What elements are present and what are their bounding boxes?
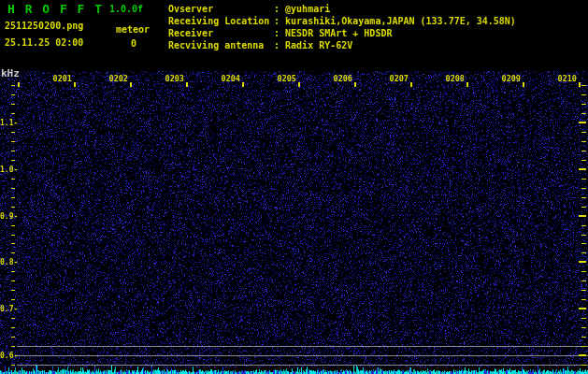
- echo-band-reference-line: [17, 355, 588, 356]
- x-tick-mark: [186, 82, 188, 87]
- y-tick-mark-right: [581, 225, 586, 226]
- info-label: Recviving antenna: [168, 39, 274, 51]
- y-tick-mark-left: [11, 280, 15, 281]
- y-tick-mark-left: [11, 337, 15, 338]
- y-tick-mark-left: [11, 327, 15, 328]
- y-tick-label: 0.8-: [0, 258, 18, 266]
- echo-band-reference-line: [17, 365, 588, 366]
- y-tick-mark-right: [581, 113, 586, 114]
- y-tick-mark-left: [11, 346, 15, 347]
- info-value: Radix RY-62V: [285, 40, 352, 50]
- x-tick-mark: [18, 82, 20, 87]
- x-tick-label: 0203: [162, 74, 184, 83]
- meteor-label: meteor: [116, 24, 150, 35]
- hrofft-window: H R O F F T 1.0.0f 2511250200.png meteor…: [0, 0, 588, 374]
- x-tick-label: 0206: [330, 74, 352, 83]
- y-tick-mark-right: [581, 207, 586, 208]
- y-tick-mark-right: [581, 188, 586, 189]
- filename-label: 2511250200.png: [5, 21, 83, 31]
- info-label: Ovserver: [168, 3, 274, 15]
- observer-info-block: Ovserver: @yuhmariReceiving Location: ku…: [168, 3, 516, 51]
- info-row: Recviving antenna: Radix RY-62V: [168, 39, 516, 51]
- x-tick-mark: [242, 82, 244, 87]
- y-tick-mark-left: [11, 235, 15, 236]
- info-value: kurashiki,Okayama,JAPAN (133.77E, 34.58N…: [285, 16, 516, 26]
- y-tick-mark-right: [581, 327, 586, 328]
- y-tick-mark-right: [581, 141, 586, 142]
- y-tick-mark-left: [11, 252, 15, 253]
- y-tick-mark-right: [581, 94, 586, 95]
- app-title: H R O F F T: [7, 2, 104, 16]
- y-tick-mark-left: [11, 318, 15, 319]
- info-row: Receiver: NESDR SMArt + HDSDR: [168, 27, 516, 39]
- y-tick-mark-left: [11, 225, 15, 226]
- y-axis-unit-label: kHz: [1, 67, 20, 79]
- y-tick-mark-left: [11, 113, 15, 114]
- x-tick-mark: [74, 82, 76, 87]
- info-colon: :: [274, 4, 285, 14]
- y-tick-mark-left: [11, 141, 15, 142]
- y-tick-mark-left: [11, 271, 15, 272]
- y-tick-mark-left: [11, 188, 15, 189]
- meteor-count: 0: [131, 38, 136, 49]
- y-tick-mark-left: [11, 160, 15, 161]
- x-tick-label: 0201: [50, 74, 72, 83]
- x-tick-label: 0209: [498, 74, 521, 83]
- y-tick-label: 0.9-: [0, 212, 18, 221]
- y-tick-label: 0.7-: [0, 305, 18, 313]
- info-value: @yuhmari: [285, 4, 330, 14]
- info-value: NESDR SMArt + HDSDR: [285, 28, 392, 38]
- x-tick-label: 0210: [554, 74, 577, 83]
- x-tick-mark: [130, 82, 132, 87]
- info-colon: :: [274, 40, 285, 50]
- y-tick-mark-right: [581, 235, 586, 236]
- y-tick-mark-right: [579, 354, 586, 356]
- y-tick-label: 0.6-: [0, 352, 18, 360]
- y-tick-mark-right: [581, 290, 586, 291]
- y-tick-mark-right: [581, 132, 586, 133]
- spectrogram-canvas: [0, 0, 588, 374]
- y-tick-mark-left: [11, 94, 15, 95]
- y-tick-mark-right: [581, 318, 586, 319]
- y-tick-mark-left: [11, 151, 15, 151]
- y-tick-mark-right: [581, 85, 586, 86]
- y-tick-mark-left: [11, 132, 15, 133]
- y-tick-label: 1.0-: [0, 165, 18, 174]
- y-tick-mark-right: [581, 271, 586, 272]
- y-tick-mark-right: [581, 243, 586, 244]
- x-tick-label: 0202: [106, 74, 128, 83]
- y-tick-mark-right: [579, 168, 586, 170]
- timestamp-label: 25.11.25 02:00: [5, 37, 83, 48]
- echo-band-reference-line: [17, 346, 588, 347]
- y-tick-mark-left: [11, 104, 15, 105]
- y-tick-mark-right: [579, 308, 586, 309]
- x-tick-mark: [523, 82, 524, 87]
- x-tick-label: 0204: [218, 74, 240, 83]
- y-tick-mark-left: [11, 207, 15, 208]
- y-tick-mark-right: [579, 261, 586, 263]
- x-tick-mark: [466, 82, 468, 87]
- y-tick-mark-right: [581, 337, 586, 338]
- y-tick-mark-right: [581, 151, 586, 151]
- y-tick-mark-right: [581, 252, 586, 253]
- y-tick-mark-left: [11, 179, 15, 180]
- x-tick-mark: [579, 82, 581, 87]
- y-tick-mark-right: [581, 299, 586, 300]
- info-colon: :: [274, 28, 285, 38]
- version-label: 1.0.0f: [109, 4, 143, 14]
- info-row: Ovserver: @yuhmari: [168, 3, 516, 15]
- info-row: Receiving Location: kurashiki,Okayama,JA…: [168, 15, 516, 27]
- info-colon: :: [274, 16, 285, 26]
- x-tick-label: 0207: [386, 74, 409, 83]
- y-tick-mark-right: [581, 365, 586, 366]
- x-tick-label: 0208: [442, 74, 465, 83]
- y-tick-mark-left: [11, 85, 15, 86]
- info-label: Receiver: [168, 27, 274, 39]
- y-tick-label: 1.1-: [0, 119, 18, 127]
- y-tick-mark-left: [11, 243, 15, 244]
- info-label: Receiving Location: [168, 15, 274, 27]
- x-tick-mark: [354, 82, 356, 87]
- y-tick-mark-right: [579, 122, 586, 123]
- y-tick-mark-left: [11, 290, 15, 291]
- x-tick-label: 0205: [274, 74, 296, 83]
